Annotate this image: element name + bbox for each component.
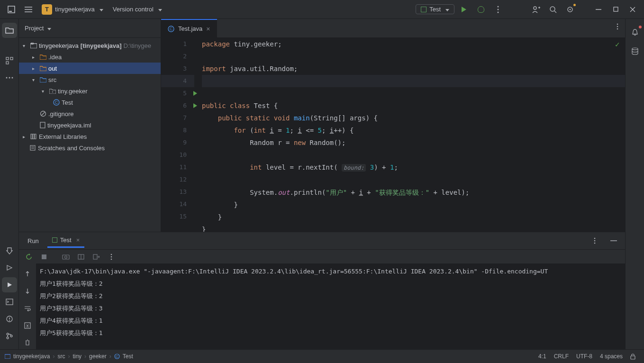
chevron-down-icon[interactable]: [45, 25, 51, 32]
line-5[interactable]: 5: [161, 87, 194, 100]
rerun-icon[interactable]: [23, 251, 35, 263]
root-bold: [tinygeekjava]: [81, 42, 122, 49]
tab-more-icon[interactable]: [610, 19, 625, 34]
app-icon[interactable]: [4, 2, 19, 17]
run-gutter-icon[interactable]: [193, 103, 197, 108]
tree-pkg[interactable]: ▾ tiny.geeker: [19, 85, 161, 97]
line-6[interactable]: 6: [161, 100, 194, 112]
crumb-project[interactable]: tinygeekerjava: [13, 353, 50, 360]
svg-point-5: [498, 6, 499, 7]
tree-iml[interactable]: tinygeekjava.iml: [19, 119, 161, 131]
svg-rect-19: [6, 57, 9, 60]
hide-panel-icon[interactable]: [606, 233, 621, 248]
close-button[interactable]: [625, 2, 640, 17]
toolbar-more-icon[interactable]: [105, 251, 118, 263]
svg-point-22: [6, 77, 7, 79]
class-icon: C: [53, 99, 60, 106]
lock-icon[interactable]: [626, 354, 639, 360]
maximize-button[interactable]: [608, 2, 623, 17]
build-tool-icon[interactable]: [2, 243, 17, 258]
run-gutter-icon[interactable]: [193, 91, 197, 96]
close-icon[interactable]: ×: [76, 236, 80, 244]
run-button[interactable]: [456, 2, 472, 17]
run-tool-icon[interactable]: [2, 277, 17, 292]
run-tab-test[interactable]: Test ×: [47, 234, 84, 248]
structure-tool-icon[interactable]: [2, 53, 17, 68]
breadcrumb[interactable]: tinygeekerjava › src › tiny › geeker › C…: [5, 353, 133, 360]
tree-scratches[interactable]: Scratches and Consoles: [19, 142, 161, 154]
indent[interactable]: 4 spaces: [596, 353, 626, 360]
trash-icon[interactable]: [20, 336, 35, 349]
line-10[interactable]: 10: [161, 149, 194, 161]
line-3[interactable]: 3: [161, 63, 194, 75]
problems-tool-icon[interactable]: [2, 311, 17, 327]
line-11[interactable]: 11: [161, 161, 194, 173]
line-1[interactable]: 1: [161, 38, 194, 50]
stop-icon[interactable]: [38, 251, 50, 263]
tab-test-java[interactable]: C Test.java ×: [161, 19, 217, 37]
close-tab-icon[interactable]: ×: [206, 25, 210, 33]
debug-button[interactable]: [473, 2, 489, 17]
code-editor[interactable]: 1 2 3 4 5 6 7 8 9 10 11 12 13 14: [161, 38, 625, 232]
module-icon: [5, 354, 10, 359]
line-15[interactable]: 15: [161, 210, 194, 223]
project-selector[interactable]: T tinygeekerjava: [38, 2, 107, 17]
tree-ext-lib[interactable]: ▸ External Libraries: [19, 131, 161, 142]
vcs-selector[interactable]: Version control: [109, 4, 166, 15]
tree-test[interactable]: C Test: [19, 97, 161, 108]
tree-root[interactable]: ▾ tinygeekerjava [tinygeekjava] D:\tinyg…: [19, 40, 161, 51]
console-output[interactable]: F:\Java\jdk-17\bin\java.exe "-javaagent:…: [36, 263, 625, 349]
line-12[interactable]: 12: [161, 173, 194, 186]
line-2[interactable]: 2: [161, 50, 194, 63]
svg-rect-41: [40, 122, 45, 128]
encoding[interactable]: UTF-8: [572, 353, 596, 360]
tree-src[interactable]: ▾ src: [19, 74, 161, 85]
line-4[interactable]: 4: [161, 75, 194, 87]
more-tool-icon[interactable]: [2, 70, 17, 85]
line-7[interactable]: 7: [161, 112, 194, 124]
git-tool-icon[interactable]: [2, 328, 17, 344]
minimize-button[interactable]: [591, 2, 606, 17]
exit-icon[interactable]: [90, 251, 102, 263]
line-9[interactable]: 9: [161, 136, 194, 149]
services-tool-icon[interactable]: [2, 260, 17, 275]
search-icon[interactable]: [545, 2, 561, 17]
terminal-tool-icon[interactable]: [2, 294, 17, 309]
code-area[interactable]: package tiny.geeker; import java.util.Ra…: [199, 38, 625, 232]
svg-marker-26: [8, 282, 12, 287]
caret-position[interactable]: 4:1: [535, 353, 550, 360]
line-14[interactable]: 14: [161, 198, 194, 210]
svg-point-11: [550, 7, 555, 11]
folder-icon: [40, 77, 46, 82]
settings-icon[interactable]: [562, 2, 578, 17]
hamburger-icon[interactable]: [21, 2, 36, 17]
line-13[interactable]: 13: [161, 186, 194, 198]
soft-wrap-icon[interactable]: [20, 301, 35, 315]
run-config-button[interactable]: Test: [416, 4, 454, 14]
project-tool-icon[interactable]: [2, 23, 17, 38]
svg-rect-43: [33, 134, 34, 139]
tree-gitignore[interactable]: .gitignore: [19, 108, 161, 119]
test-label: Test: [62, 99, 73, 106]
tree-out[interactable]: ▸ out: [19, 63, 161, 74]
crumb-test[interactable]: Test: [123, 353, 133, 360]
crumb-tiny[interactable]: tiny: [73, 353, 82, 360]
scroll-end-icon[interactable]: [20, 319, 35, 332]
more-actions-button[interactable]: [490, 2, 506, 17]
up-icon[interactable]: [20, 267, 35, 281]
console-line: 用户4获得奖品等级：1: [40, 315, 621, 327]
inspection-ok-icon[interactable]: ✓: [615, 41, 620, 48]
database-icon[interactable]: [627, 44, 643, 59]
notifications-icon[interactable]: [627, 25, 643, 40]
crumb-geeker[interactable]: geeker: [89, 353, 107, 360]
svg-point-59: [65, 256, 67, 258]
run-more-icon[interactable]: [587, 233, 602, 248]
crumb-src[interactable]: src: [57, 353, 65, 360]
layout-icon[interactable]: [75, 251, 87, 263]
down-icon[interactable]: [20, 284, 35, 298]
line-8[interactable]: 8: [161, 124, 194, 136]
code-with-me-icon[interactable]: [528, 2, 544, 17]
camera-icon[interactable]: [60, 251, 72, 263]
tree-idea[interactable]: ▸ .idea: [19, 51, 161, 63]
line-separator[interactable]: CRLF: [550, 353, 572, 360]
